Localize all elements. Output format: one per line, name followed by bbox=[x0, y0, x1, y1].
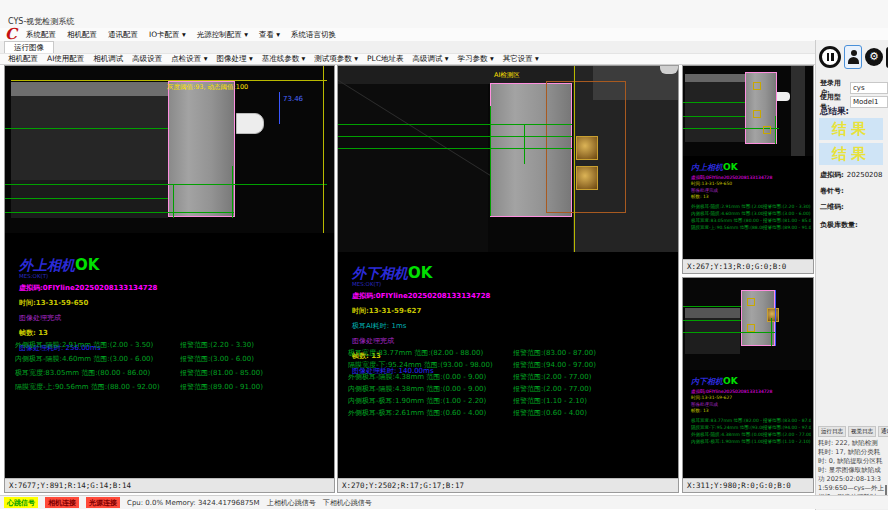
log-tab-run[interactable]: 运行日志 bbox=[818, 426, 846, 437]
measure-row: 外侧极耳-极耳:2.61mm 范围:(0.60 - 4.00)报警范围:(0.6… bbox=[348, 407, 676, 419]
tool-camera-config[interactable]: 相机配置 bbox=[8, 54, 38, 64]
pause-button[interactable] bbox=[819, 46, 841, 68]
machine-band bbox=[685, 74, 745, 82]
tool-learn-params[interactable]: 学习参数 ▾ bbox=[458, 54, 494, 64]
menu-io-config[interactable]: IO卡配置 ▾ bbox=[149, 30, 186, 40]
measure-row: 外侧极耳-隔膜:4.38mm 范围:(0.00 - 9.00)报警范围:(2.0… bbox=[348, 371, 676, 383]
product-region bbox=[745, 72, 777, 144]
tool-ai-config[interactable]: AI使用配置 bbox=[47, 54, 84, 64]
measure-value: 外侧极耳-隔膜:4.38mm 范围:(0.00 - 9.00) bbox=[348, 371, 513, 383]
alarm-range: 报警范围:(81.00 - 85.00) bbox=[763, 217, 811, 224]
sidebar-buttons: ⚙ → bbox=[819, 45, 888, 69]
tool-advanced-debug[interactable]: 高级调试 ▾ bbox=[412, 54, 448, 64]
menu-view[interactable]: 查看 ▾ bbox=[259, 30, 280, 40]
right-sidebar: ⚙ → 登录用户: cys 使用型号: Model1 总结果: 结果 结果 虚拟… bbox=[815, 40, 888, 510]
alarm-range: 报警范围:(3.00 - 6.00) bbox=[763, 210, 811, 217]
camera-panel-inner-upper: 内上相机OK 虚拟码:0FIYline20250208133134728 时间:… bbox=[682, 65, 814, 274]
annotation-box bbox=[747, 298, 755, 306]
result-ok: OK bbox=[408, 264, 432, 282]
tool-spotcheck[interactable]: 点检设置 ▾ bbox=[171, 54, 207, 64]
edge-line bbox=[683, 332, 775, 333]
measure-value: 极耳宽度:83.05mm 范围:(80.00 - 86.00) bbox=[15, 366, 180, 380]
alarm-range: 报警范围:(2.00 - 77.00) bbox=[513, 383, 676, 395]
measure-value: 极耳宽度:83.05mm 范围:(80.00 - 86.00) bbox=[691, 217, 763, 224]
tool-other-settings[interactable]: 其它设置 ▾ bbox=[503, 54, 539, 64]
result-badge-upper: 结果 bbox=[819, 118, 883, 140]
log-tab-comm[interactable]: 通讯日志 bbox=[878, 426, 888, 437]
machine-body bbox=[685, 318, 740, 354]
alarm-range: 报警范围:(0.60 - 4.00) bbox=[513, 407, 676, 419]
connector-blob bbox=[236, 113, 264, 134]
result-ok: OK bbox=[723, 162, 738, 172]
measure-row: 极耳宽度:83.77mm 范围:(82.00 - 88.00)报警范围:(83.… bbox=[691, 417, 811, 424]
time-line: 时间:13-31-59-650 bbox=[691, 181, 811, 186]
measure-row: 隔膜宽度-上:90.56mm 范围:(88.00 - 92.00)报警范围:(8… bbox=[15, 380, 332, 394]
vcode-label: 虚拟码: bbox=[820, 170, 844, 180]
camera-panel-outer-upper: 灰度阈值:93, 动态阈值:100 73.46 外上相机OK MES:OK(T)… bbox=[4, 65, 335, 493]
tool-image-process[interactable]: 图像处理 ▾ bbox=[217, 54, 253, 64]
measure-value: 外侧极耳-隔膜:4.38mm 范围:(0.00 - 9.00) bbox=[691, 431, 763, 438]
alarm-range: 报警范围:(2.00 - 77.00) bbox=[763, 431, 811, 438]
measure-row: 外侧极耳-隔膜:2.91mm 范围:(2.00 - 3.50)报警范围:(2.2… bbox=[691, 203, 811, 210]
ref-line-right bbox=[323, 66, 324, 233]
camera-image-outer-lower[interactable]: AI检测区 bbox=[338, 66, 678, 252]
camera-title: 外上相机 bbox=[19, 257, 75, 273]
ref-line-right bbox=[574, 66, 575, 252]
measure-rows: 极耳宽度:83.77mm 范围:(82.00 - 88.00)报警范围:(83.… bbox=[348, 347, 676, 419]
alarm-range: 报警范围:(81.00 - 85.00) bbox=[180, 366, 332, 380]
window-title: CYS-视觉检测系统 bbox=[8, 16, 74, 27]
measure-rows: 外侧极耳-隔膜:2.91mm 范围:(2.00 - 3.50)报警范围:(2.2… bbox=[15, 338, 332, 394]
edge-line bbox=[338, 136, 572, 137]
camera-image-inner-lower[interactable] bbox=[683, 278, 813, 370]
measure-bracket bbox=[279, 92, 280, 124]
edge-line bbox=[5, 184, 327, 185]
measure-value: 隔膜宽度-下:95.24mm 范围:(93.00 - 98.00) bbox=[691, 424, 763, 431]
measure-overlay: 73.46 bbox=[283, 95, 303, 103]
process-done-line: 图像处理完成 bbox=[691, 402, 811, 407]
qr-label: 二维码: bbox=[820, 202, 844, 212]
user-button[interactable] bbox=[844, 45, 862, 69]
menu-camera-config[interactable]: 相机配置 bbox=[67, 30, 97, 40]
measure-value: 隔膜宽度-上:90.56mm 范围:(88.00 - 92.00) bbox=[15, 380, 180, 394]
edge-line-v bbox=[173, 184, 174, 218]
tool-camera-debug[interactable]: 相机调试 bbox=[93, 54, 123, 64]
measure-row: 内侧极耳-极耳:1.90mm 范围:(1.00 - 2.20)报警范围:(1.1… bbox=[348, 395, 676, 407]
ai-area-overlay: AI检测区 bbox=[494, 71, 520, 80]
measure-value: 外侧极耳-极耳:2.61mm 范围:(0.60 - 4.00) bbox=[348, 407, 513, 419]
edge-line bbox=[338, 148, 572, 149]
menu-comm-config[interactable]: 通讯配置 bbox=[108, 30, 138, 40]
tool-plc-table[interactable]: PLC地址表 bbox=[367, 54, 403, 64]
tool-baseline-params[interactable]: 基准线参数 ▾ bbox=[262, 54, 306, 64]
edge-line bbox=[683, 116, 745, 117]
camera-image-inner-upper[interactable] bbox=[683, 66, 813, 156]
edge-line-v bbox=[490, 106, 491, 216]
model-select[interactable]: Model1 bbox=[850, 96, 888, 108]
connector-blob bbox=[777, 92, 790, 101]
measure-row: 内侧极耳-隔膜:4.60mm 范围:(3.00 - 6.00)报警范围:(3.0… bbox=[15, 352, 332, 366]
annotation-box bbox=[753, 82, 761, 90]
alarm-range: 报警范围:(94.00 - 97.00) bbox=[763, 424, 811, 431]
menu-light-config[interactable]: 光源控制配置 ▾ bbox=[197, 30, 248, 40]
measure-value: 内侧极耳-隔膜:4.38mm 范围:(0.00 - 9.00) bbox=[348, 383, 513, 395]
camera-link-badge: 相机连接 bbox=[45, 497, 79, 508]
alarm-range: 报警范围:(2.00 - 77.00) bbox=[513, 371, 676, 383]
upper-cam-heartbeat: 上相机心跳信号 bbox=[267, 498, 316, 508]
settings-button[interactable]: ⚙ bbox=[865, 48, 883, 66]
measure-value: 内侧极耳-极耳:1.90mm 范围:(1.00 - 2.20) bbox=[691, 438, 763, 445]
edge-line-v bbox=[524, 124, 525, 164]
mes-line: MES:OK(T) bbox=[352, 281, 674, 287]
camera-image-outer-upper[interactable]: 灰度阈值:93, 动态阈值:100 73.46 bbox=[5, 66, 334, 233]
tool-test-params[interactable]: 测试项参数 ▾ bbox=[314, 54, 358, 64]
measure-value: 内侧极耳-隔膜:4.60mm 范围:(3.00 - 6.00) bbox=[15, 352, 180, 366]
toolbar: 相机配置 AI使用配置 相机调试 高级设置 点检设置 ▾ 图像处理 ▾ 基准线参… bbox=[0, 53, 815, 65]
measure-value: 极耳宽度:83.77mm 范围:(82.00 - 88.00) bbox=[691, 417, 763, 424]
measure-row: 极耳宽度:83.05mm 范围:(80.00 - 86.00)报警范围:(81.… bbox=[15, 366, 332, 380]
measure-value: 内侧极耳-极耳:1.90mm 范围:(1.00 - 2.20) bbox=[348, 395, 513, 407]
log-tab-vision[interactable]: 视觉日志 bbox=[848, 426, 876, 437]
menu-system-config[interactable]: 系统配置 bbox=[26, 30, 56, 40]
menu-language[interactable]: 系统语言切换 bbox=[291, 30, 336, 40]
tool-advanced-settings[interactable]: 高级设置 bbox=[132, 54, 162, 64]
measure-row: 外侧极耳-隔膜:2.91mm 范围:(2.00 - 3.50)报警范围:(2.2… bbox=[15, 338, 332, 352]
camera-panel-inner-lower: 内下相机OK 虚拟码:0FIYline20250208133134728 时间:… bbox=[682, 277, 814, 493]
camera-title: 外下相机 bbox=[352, 265, 408, 281]
